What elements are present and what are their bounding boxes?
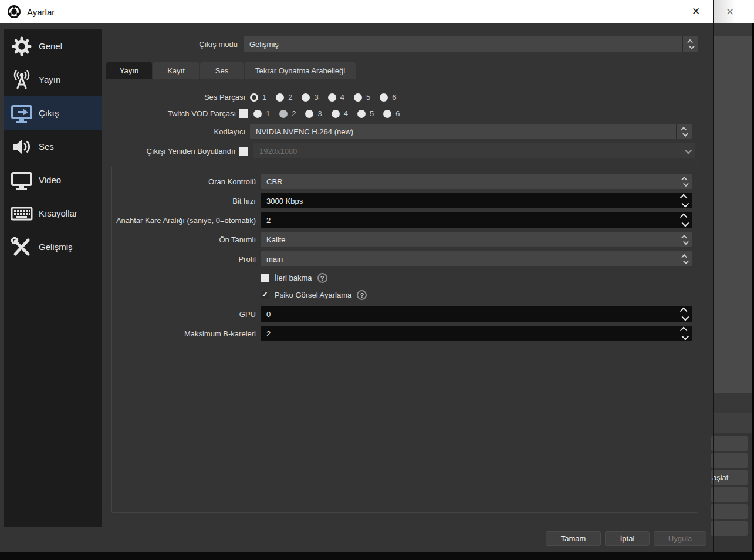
- psycho-visual-checkbox[interactable]: [261, 291, 269, 299]
- rate-control-select[interactable]: CBR: [261, 174, 692, 189]
- controls-dock-button[interactable]: [711, 504, 748, 519]
- sidebar-item-advanced[interactable]: Gelişmiş: [4, 230, 102, 264]
- main-window-preview-area: [714, 36, 752, 393]
- sidebar-item-stream[interactable]: Yayın: [4, 63, 102, 96]
- profile-select[interactable]: main: [261, 251, 692, 266]
- combo-down-icon: [679, 143, 695, 158]
- twitch-vod-label: Twitch VOD Parçası: [106, 109, 236, 118]
- controls-dock-button[interactable]: [711, 436, 748, 451]
- encoder-row: Kodlayıcı NVIDIA NVENC H.264 (new): [106, 124, 704, 139]
- sidebar-item-label: Kısayollar: [39, 208, 77, 218]
- start-streaming-button-partial[interactable]: aşlat: [711, 470, 748, 485]
- settings-content: Çıkış modu Gelişmiş Yayın Kayıt Ses Tekr…: [106, 23, 704, 552]
- sidebar-item-video[interactable]: Video: [4, 163, 102, 197]
- twitch-vod-radio-2[interactable]: [279, 110, 288, 118]
- audio-track-radio-6[interactable]: [380, 93, 388, 102]
- controls-dock-button[interactable]: [711, 521, 748, 536]
- dialog-titlebar: Ayarlar ✕: [0, 0, 714, 23]
- combo-arrows-icon: [677, 232, 692, 247]
- rescale-row: Çıkışı Yeniden Boyutlandır 1920x1080: [106, 143, 704, 158]
- bitrate-spinner[interactable]: 3000 Kbps: [261, 193, 692, 208]
- rate-control-label: Oran Kontrolü: [112, 177, 256, 186]
- twitch-vod-checkbox[interactable]: [239, 109, 248, 118]
- obs-logo-icon: [7, 5, 21, 19]
- twitch-vod-radio-1[interactable]: [253, 110, 262, 118]
- combo-arrows-icon: [677, 174, 692, 189]
- screen: Ayarlar ✕ Genel: [0, 0, 754, 560]
- settings-dialog: Ayarlar ✕ Genel: [0, 0, 714, 560]
- tab-stream[interactable]: Yayın: [106, 62, 152, 79]
- gpu-value: 0: [266, 310, 271, 319]
- lookahead-checkbox[interactable]: [261, 274, 269, 282]
- sidebar-item-label: Yayın: [39, 75, 60, 85]
- main-window-titlebar: ✕: [714, 0, 754, 23]
- max-bframes-spinner[interactable]: 2: [261, 326, 692, 341]
- twitch-vod-radio-5[interactable]: [357, 110, 366, 118]
- output-icon: [9, 102, 34, 124]
- profile-value: main: [266, 255, 283, 264]
- sidebar-item-audio[interactable]: Ses: [4, 130, 102, 163]
- bitrate-label: Bit hızı: [112, 197, 256, 205]
- gear-icon: [9, 35, 34, 58]
- controls-dock-button[interactable]: [711, 453, 748, 468]
- max-bframes-value: 2: [266, 329, 271, 338]
- audio-track-label: Ses Parçası: [106, 93, 245, 102]
- spinner-arrows-icon[interactable]: [677, 306, 691, 322]
- cancel-button[interactable]: İptal: [605, 531, 650, 546]
- twitch-vod-row: Twitch VOD Parçası 1 2 3 4 5 6: [106, 109, 704, 118]
- rate-control-row: Oran Kontrolü CBR: [112, 174, 698, 189]
- twitch-vod-radio-3[interactable]: [305, 110, 313, 118]
- sidebar-item-label: Gelişmiş: [39, 242, 73, 252]
- output-mode-select[interactable]: Gelişmiş: [244, 36, 698, 52]
- max-bframes-label: Maksimum B-kareleri: [112, 329, 256, 338]
- tools-icon: [9, 236, 34, 258]
- gpu-row: GPU 0: [112, 306, 698, 322]
- profile-label: Profil: [112, 255, 256, 264]
- encoder-settings-group: Oran Kontrolü CBR Bit hızı 3000 Kbps Ana…: [111, 166, 698, 513]
- help-icon[interactable]: ?: [317, 273, 327, 283]
- spinner-arrows-icon[interactable]: [677, 212, 691, 228]
- encoder-select[interactable]: NVIDIA NVENC H.264 (new): [250, 124, 692, 139]
- keyframe-interval-spinner[interactable]: 2: [261, 212, 692, 228]
- settings-sidebar: Genel Yayın: [4, 29, 102, 527]
- rescale-value: 1920x1080: [259, 147, 297, 156]
- tab-replay-buffer[interactable]: Tekrar Oynatma Arabelleği: [245, 62, 356, 79]
- audio-track-radio-2[interactable]: [276, 93, 284, 102]
- twitch-vod-radio-4[interactable]: [332, 110, 340, 118]
- keyframe-interval-label: Anahtar Kare Aralığı (saniye, 0=otomatik…: [112, 216, 256, 225]
- sidebar-item-hotkeys[interactable]: Kısayollar: [4, 197, 102, 230]
- preset-row: Ön Tanımlı Kalite: [112, 232, 698, 247]
- audio-track-radio-3[interactable]: [302, 93, 310, 102]
- tab-recording[interactable]: Kayıt: [153, 62, 199, 79]
- spinner-arrows-icon[interactable]: [677, 193, 691, 208]
- rescale-checkbox[interactable]: [239, 147, 248, 156]
- audio-track-row: Ses Parçası 1 2 3 4 5 6: [106, 93, 704, 102]
- ok-button[interactable]: Tamam: [546, 531, 601, 546]
- sidebar-item-general[interactable]: Genel: [4, 29, 102, 63]
- help-icon[interactable]: ?: [357, 290, 367, 300]
- apply-button[interactable]: Uygula: [654, 531, 706, 546]
- dialog-close-button[interactable]: ✕: [683, 0, 709, 22]
- main-window-close-button[interactable]: ✕: [726, 6, 734, 18]
- dialog-title: Ayarlar: [27, 7, 55, 17]
- preset-select[interactable]: Kalite: [261, 232, 692, 247]
- audio-track-radio-1[interactable]: [250, 93, 258, 102]
- preset-label: Ön Tanımlı: [112, 235, 256, 244]
- controls-dock-button[interactable]: [711, 487, 748, 502]
- output-mode-value: Gelişmiş: [249, 40, 279, 49]
- tab-audio[interactable]: Ses: [200, 62, 244, 79]
- main-window-partial: ✕ aşlat: [714, 0, 754, 560]
- sidebar-item-output[interactable]: Çıkış: [4, 96, 102, 130]
- profile-row: Profil main: [112, 251, 698, 266]
- window-border: [713, 0, 714, 560]
- keyboard-icon: [9, 203, 34, 225]
- audio-track-radio-5[interactable]: [354, 93, 362, 102]
- bitrate-value: 3000 Kbps: [266, 197, 303, 205]
- speaker-icon: [9, 136, 34, 158]
- audio-track-radio-4[interactable]: [328, 93, 336, 102]
- twitch-vod-radio-6[interactable]: [383, 110, 391, 118]
- sidebar-item-label: Video: [39, 175, 61, 185]
- spinner-arrows-icon[interactable]: [677, 326, 691, 341]
- rescale-label: Çıkışı Yeniden Boyutlandır: [106, 147, 236, 156]
- gpu-spinner[interactable]: 0: [261, 306, 692, 322]
